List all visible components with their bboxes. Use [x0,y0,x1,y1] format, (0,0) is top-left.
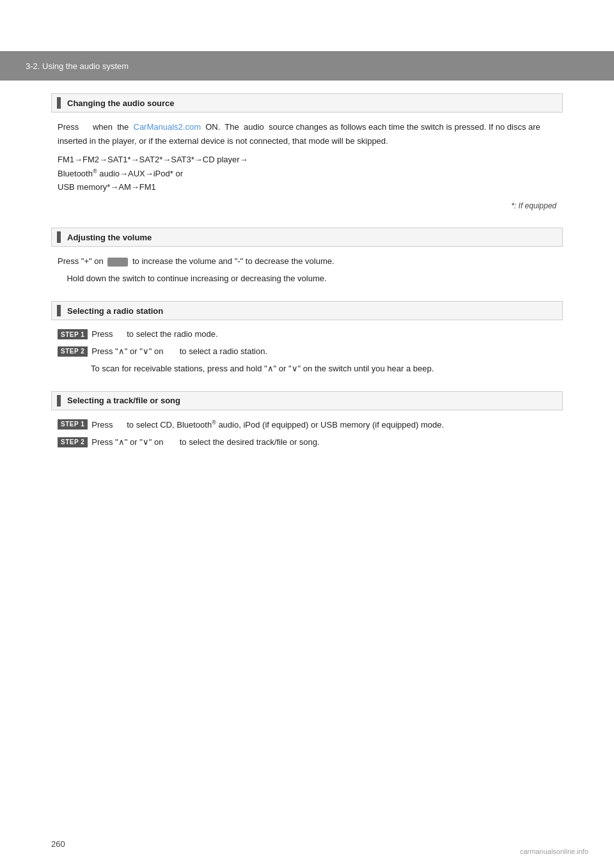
volume-desc: Press "+" on to increase the volume and … [58,254,556,268]
section-adjusting-volume: Adjusting the volume Press "+" on to inc… [51,228,563,286]
track-step-2-text: Press "∧" or "∨" on to select the desire… [91,436,556,449]
radio-step-1-text: Press to select the radio mode. [91,328,556,341]
section-title-bar-1: Changing the audio source [51,93,563,112]
section-accent-4 [57,395,61,407]
section-body-3: STEP 1 Press to select the radio mode. S… [51,328,563,375]
track-step-1-text: Press to select CD, Bluetooth® audio, iP… [91,418,556,432]
section-title-bar-4: Selecting a track/file or song [51,391,563,410]
step-badge-t1: STEP 1 [58,419,88,430]
section-selecting-track: Selecting a track/file or song STEP 1 Pr… [51,391,563,449]
section-title-1: Changing the audio source [67,98,175,108]
equipped-note: *: If equipped [58,199,556,212]
page-content: Changing the audio source Press when the… [0,81,614,503]
page-header: 3-2. Using the audio system [0,51,614,81]
footer-logo: carmanualsonline.info [520,848,588,855]
step-badge-2: STEP 2 [58,346,88,357]
radio-step-2: STEP 2 Press "∧" or "∨" on to select a r… [58,345,556,359]
section-body-2: Press "+" on to increase the volume and … [51,254,563,286]
volume-control-icon [107,258,128,267]
section-body-4: STEP 1 Press to select CD, Bluetooth® au… [51,418,563,449]
audio-flow: FM1→FM2→SAT1*→SAT2*→SAT3*→CD player→ Blu… [58,153,556,194]
radio-step-1: STEP 1 Press to select the radio mode. [58,328,556,341]
section-accent-3 [57,305,61,316]
radio-step-2-sub: To scan for receivable stations, press a… [58,362,556,376]
section-title-3: Selecting a radio station [67,306,163,316]
section-changing-audio-source: Changing the audio source Press when the… [51,93,563,212]
track-step-1: STEP 1 Press to select CD, Bluetooth® au… [58,418,556,432]
section-body-1: Press when the CarManuals2.com ON. The a… [51,120,563,212]
track-step-2: STEP 2 Press "∧" or "∨" on to select the… [58,436,556,449]
audio-source-intro: Press when the CarManuals2.com ON. The a… [58,120,556,148]
page-number: 260 [51,839,65,849]
radio-step-2-text: Press "∧" or "∨" on to select a radio st… [91,345,556,359]
section-label: 3-2. Using the audio system [26,61,129,71]
step-badge-1: STEP 1 [58,329,88,339]
volume-hold-note: Hold down the switch to continue increas… [58,272,556,286]
section-selecting-radio: Selecting a radio station STEP 1 Press t… [51,301,563,375]
section-title-bar-2: Adjusting the volume [51,228,563,247]
section-title-bar-3: Selecting a radio station [51,301,563,320]
section-title-2: Adjusting the volume [67,233,152,242]
section-accent-1 [57,97,61,109]
section-title-4: Selecting a track/file or song [67,396,180,405]
step-badge-t2: STEP 2 [58,437,88,447]
watermark: CarManuals2.com [134,122,201,132]
section-accent-2 [57,231,61,243]
